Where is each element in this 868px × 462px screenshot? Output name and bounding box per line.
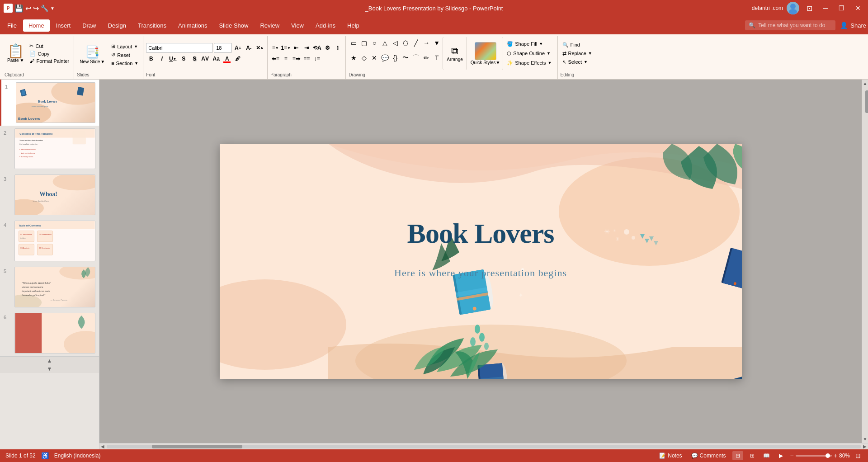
- align-right-btn[interactable]: ≡➡: [291, 54, 301, 64]
- fit-window-btn[interactable]: ⊡: [854, 452, 863, 459]
- find-button[interactable]: 🔍 Find: [561, 42, 594, 48]
- menu-file[interactable]: File: [2, 19, 22, 32]
- shape-textbox[interactable]: T: [432, 54, 442, 62]
- layout-button[interactable]: ⊞ Layout▼: [109, 43, 140, 50]
- clear-format-btn[interactable]: ✕A: [255, 43, 264, 53]
- char-spacing-btn[interactable]: AV: [200, 54, 210, 64]
- font-color-btn[interactable]: A: [222, 54, 232, 64]
- menu-draw[interactable]: Draw: [77, 19, 101, 32]
- slide-subtitle[interactable]: Here is where your presentation begins: [394, 267, 567, 279]
- menu-review[interactable]: Review: [255, 19, 285, 32]
- shape-triangle[interactable]: △: [380, 39, 390, 47]
- new-slide-button[interactable]: 📑 New Slide▼: [77, 44, 108, 65]
- scroll-up-btn[interactable]: ▲: [863, 80, 868, 87]
- shape-bracket[interactable]: {}: [390, 54, 400, 62]
- slide-panel-scroll-up[interactable]: ▲: [0, 357, 99, 365]
- menu-slideshow[interactable]: Slide Show: [213, 19, 254, 32]
- share-label[interactable]: Share: [850, 22, 866, 29]
- restore-btn[interactable]: ⊡: [803, 2, 816, 14]
- replace-button[interactable]: ⇄ Replace ▼: [561, 50, 594, 57]
- format-painter-button[interactable]: 🖌 Format Painter: [28, 58, 71, 64]
- language-label[interactable]: English (Indonesia): [54, 453, 101, 459]
- slide-item-5[interactable]: 5 "This is a quote. Words full of wisdom…: [0, 264, 99, 310]
- user-avatar[interactable]: [787, 2, 799, 14]
- scroll-right-btn[interactable]: ▶: [862, 444, 868, 449]
- menu-design[interactable]: Design: [103, 19, 132, 32]
- slide-sorter-btn[interactable]: ⊞: [747, 451, 758, 460]
- bullets-btn[interactable]: ≡▼: [270, 43, 280, 53]
- paste-button[interactable]: 📋 Paste▼: [5, 42, 27, 65]
- search-input[interactable]: [758, 22, 830, 28]
- zoom-slider[interactable]: [796, 455, 832, 457]
- shape-callout[interactable]: 💬: [380, 54, 390, 62]
- shape-arrow[interactable]: →: [421, 39, 431, 47]
- menu-help[interactable]: Help: [342, 19, 365, 32]
- font-name-input[interactable]: [146, 43, 213, 53]
- h-scroll-track[interactable]: [107, 445, 861, 448]
- shape-cross[interactable]: ✕: [369, 54, 379, 62]
- select-button[interactable]: ↖ Select ▼: [561, 59, 594, 66]
- shape-outline-button[interactable]: ⬡ Shape Outline ▼: [504, 50, 554, 57]
- underline-btn[interactable]: U▼: [168, 54, 178, 64]
- font-size-input[interactable]: [214, 43, 232, 53]
- scroll-thumb-right[interactable]: [865, 90, 868, 113]
- reset-button[interactable]: ↺ Reset: [109, 52, 140, 58]
- zoom-out-btn[interactable]: −: [790, 452, 794, 459]
- columns-btn[interactable]: ⫿: [333, 43, 343, 53]
- menu-view[interactable]: View: [286, 19, 309, 32]
- quick-styles-button[interactable]: Quick Styles▼: [468, 37, 503, 70]
- slide-item-1[interactable]: 1 Book Lovers Here is where your Book Lo…: [0, 80, 99, 126]
- numbering-btn[interactable]: 1≡▼: [281, 43, 291, 53]
- slide-item-3[interactable]: 3 Whoa! some short text here: [0, 172, 99, 218]
- justify-btn[interactable]: ≡≡: [302, 54, 311, 64]
- redo-btn[interactable]: ↪: [33, 4, 39, 13]
- decrease-indent-btn[interactable]: ⇤: [291, 43, 301, 53]
- shape-rect[interactable]: ▭: [349, 39, 359, 47]
- change-case-btn[interactable]: Aa: [211, 54, 221, 64]
- shape-more[interactable]: ▼: [432, 39, 442, 47]
- quick-save[interactable]: 💾: [14, 4, 24, 13]
- maximize-btn[interactable]: ❐: [835, 3, 848, 14]
- text-direction-btn[interactable]: ⟲A: [312, 43, 322, 53]
- line-spacing-btn[interactable]: ↕≡: [312, 54, 322, 64]
- zoom-level[interactable]: 80%: [839, 453, 850, 459]
- shape-fill-button[interactable]: 🪣 Shape Fill ▼: [504, 40, 554, 48]
- menu-transitions[interactable]: Transitions: [132, 19, 172, 32]
- search-bar[interactable]: 🔍: [745, 20, 835, 30]
- decrease-font-btn[interactable]: A-: [244, 43, 254, 53]
- shape-diamond[interactable]: ◇: [359, 54, 369, 62]
- notes-button[interactable]: 📝 Notes: [656, 452, 684, 460]
- shape-effects-button[interactable]: ✨ Shape Effects ▼: [504, 59, 554, 67]
- slide-canvas[interactable]: ✳ ✳ ✳ ✦ ✦: [220, 144, 742, 379]
- convert-smartart-btn[interactable]: ⚙: [322, 43, 332, 53]
- accessibility-btn[interactable]: ♿: [41, 452, 49, 459]
- dropdown-arrow[interactable]: ▼: [50, 6, 55, 11]
- normal-view-btn[interactable]: ⊟: [732, 451, 743, 460]
- align-center-btn[interactable]: ≡: [281, 54, 291, 64]
- click-to-add-notes[interactable]: Click to add notes: [0, 428, 535, 435]
- align-left-btn[interactable]: ⬅≡: [270, 54, 280, 64]
- slide-item-6[interactable]: 6: [0, 310, 99, 356]
- comments-button[interactable]: 💬 Comments: [689, 452, 729, 460]
- bold-btn[interactable]: B: [146, 54, 156, 64]
- close-btn[interactable]: ✕: [852, 3, 864, 14]
- reading-view-btn[interactable]: 📖: [761, 451, 772, 460]
- slide-panel-scroll-down[interactable]: ▼: [0, 365, 99, 373]
- shape-wave[interactable]: 〜: [401, 54, 410, 62]
- italic-btn[interactable]: I: [157, 54, 167, 64]
- menu-insert[interactable]: Insert: [51, 19, 76, 32]
- slide-item-2[interactable]: 2 Contents of This Template Some text he…: [0, 126, 99, 172]
- arrange-button[interactable]: ⧉ Arrange: [443, 37, 467, 70]
- zoom-in-btn[interactable]: +: [834, 452, 837, 459]
- scroll-left-btn[interactable]: ◀: [99, 444, 106, 449]
- increase-indent-btn[interactable]: ⇥: [302, 43, 311, 53]
- scroll-down-btn[interactable]: ▼: [863, 435, 868, 443]
- horizontal-scrollbar[interactable]: ◀ ▶: [99, 443, 868, 449]
- right-scrollbar[interactable]: ▲ ▼: [862, 80, 868, 443]
- increase-font-btn[interactable]: A+: [233, 43, 243, 53]
- minimize-btn[interactable]: ─: [820, 3, 831, 14]
- shape-freeform[interactable]: ✏: [421, 54, 431, 62]
- shadow-btn[interactable]: S: [189, 54, 199, 64]
- shape-pentagon[interactable]: ⬠: [401, 39, 410, 47]
- shape-rtriangle[interactable]: ◁: [390, 39, 400, 47]
